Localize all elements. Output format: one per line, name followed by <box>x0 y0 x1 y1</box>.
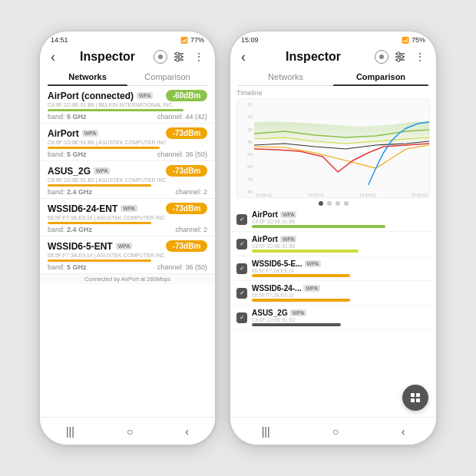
right-nav-back-icon[interactable]: ‹ <box>402 425 405 438</box>
left-circle-button[interactable] <box>154 50 167 64</box>
right-status-bar: 15:09 📶 75% <box>230 31 436 45</box>
left-tab-networks[interactable]: Networks <box>48 68 127 85</box>
y-label-5: 60 <box>239 164 253 169</box>
timeline-section: Timeline 10 20 30 40 50 60 70 80 <box>230 86 436 198</box>
y-label-3: 40 <box>239 140 253 144</box>
network-item-4[interactable]: WSSID6-5-ENT WPA -73dBm 68:5F:F7:3A:E9:1… <box>40 236 215 274</box>
left-nav-home-icon[interactable]: ○ <box>127 425 133 438</box>
right-tune-button[interactable] <box>392 48 408 65</box>
right-signal-icon: 📶 <box>402 37 409 44</box>
y-label-7: 80 <box>239 190 253 194</box>
network-band-1: band: 5 GHz <box>48 150 87 158</box>
signal-bar-0 <box>48 109 183 111</box>
left-tab-comparison[interactable]: Comparison <box>127 68 207 85</box>
signal-badge-4: -73dBm <box>166 240 207 252</box>
left-more-button[interactable]: ⋮ <box>190 48 207 65</box>
dot-2[interactable] <box>336 201 340 206</box>
network-item-0[interactable]: AirPort (connected) WPA -60dBm C8:6F:1D:… <box>40 86 215 124</box>
left-signal-icon: 📶 <box>180 37 188 44</box>
right-nav-menu-icon[interactable]: ||| <box>262 425 270 438</box>
comp-bar-2 <box>252 274 350 277</box>
comp-bar-3 <box>252 299 350 302</box>
right-nav-home-icon[interactable]: ○ <box>332 425 339 438</box>
network-item-1[interactable]: AirPort WPA -73dBm C8:6F:1D:8E:91:B6 | A… <box>40 124 215 161</box>
comp-checkbox-0[interactable] <box>236 214 247 225</box>
comp-badge-1: WPA <box>280 236 296 243</box>
network-name-2: ASUS_2G <box>48 166 91 177</box>
svg-point-7 <box>379 55 384 59</box>
chart-area: 10 20 30 40 50 60 70 80 <box>236 98 430 198</box>
x-label-1: 13:52:01 <box>308 193 324 197</box>
right-more-button[interactable]: ⋮ <box>412 48 428 65</box>
right-tab-comparison[interactable]: Comparison <box>333 68 428 85</box>
comp-item-4[interactable]: ASUS_2G WPA C8:6F:1D:8E:91:B2 <box>230 306 436 330</box>
right-circle-inner-icon <box>378 54 385 60</box>
chart-y-labels: 10 20 30 40 50 60 70 80 <box>237 99 254 197</box>
comparison-list: AirPort WPA C8:6F:1D:8E:91:B6 AirPort WP… <box>230 207 436 330</box>
comp-bar-0 <box>252 225 385 228</box>
signal-badge-0: -60dBm <box>166 90 207 101</box>
network-item-2[interactable]: ASUS_2G WPA -73dBm C8:6F:1D:8E:91:B2 | A… <box>40 161 215 199</box>
wpa-badge-0: WPA <box>137 92 153 99</box>
comp-name-1: AirPort <box>252 235 278 243</box>
right-time: 15:09 <box>241 36 259 44</box>
network-channel-2: channel: 2 <box>175 188 207 196</box>
dot-0[interactable] <box>319 201 323 206</box>
x-label-2: 13:54:51 <box>359 193 375 197</box>
signal-badge-3: -73dBm <box>166 203 207 214</box>
left-nav-back-icon[interactable]: ‹ <box>185 425 189 438</box>
wpa-badge-1: WPA <box>82 130 98 137</box>
right-bottom-nav: ||| ○ ‹ <box>230 417 436 445</box>
comp-checkbox-3[interactable] <box>236 288 247 299</box>
comp-item-0[interactable]: AirPort WPA C8:6F:1D:8E:91:B6 <box>230 207 436 232</box>
right-tune-icon <box>394 51 406 63</box>
dot-3[interactable] <box>344 201 349 206</box>
network-name-0: AirPort (connected) <box>48 91 134 101</box>
dot-1[interactable] <box>327 201 332 206</box>
chart-x-labels: 13:58:01 13:52:01 13:54:51 15:05:51 <box>254 193 429 197</box>
timeline-label: Timeline <box>236 89 430 97</box>
svg-point-4 <box>176 52 179 55</box>
left-nav-menu-icon[interactable]: ||| <box>66 425 74 438</box>
right-header-title: Inspector <box>255 50 372 64</box>
tune-icon <box>173 51 185 63</box>
left-status-bar: 14:51 📶 77% <box>40 31 215 45</box>
signal-badge-2: -73dBm <box>166 165 207 177</box>
comp-checkbox-1[interactable] <box>236 239 247 250</box>
comp-item-1[interactable]: AirPort WPA C8:6F:1D:8E:91:B8 <box>230 232 436 256</box>
comp-checkbox-2[interactable] <box>236 263 247 274</box>
left-app-header: ‹ Inspector ⋮ <box>40 45 215 68</box>
network-mac-3: 68:5F:F7:3A:E9:16 | ASUSTEK COMPUTER INC <box>48 215 207 220</box>
y-label-4: 50 <box>239 152 253 157</box>
chart-dots <box>230 201 436 206</box>
comp-mac-0: C8:6F:1D:8E:91:B6 <box>252 219 430 224</box>
left-back-button[interactable]: ‹ <box>45 48 61 65</box>
svg-point-13 <box>397 58 400 61</box>
left-time: 14:51 <box>51 36 68 44</box>
network-name-1: AirPort <box>48 128 79 139</box>
left-tune-button[interactable] <box>170 48 187 65</box>
comp-item-3[interactable]: WSSID6-24-... WPA 68:5F:F7:3A:E9:16 <box>230 281 436 306</box>
comp-badge-3: WPA <box>303 285 319 292</box>
comp-checkbox-4[interactable] <box>236 312 247 323</box>
signal-bar-2 <box>48 184 151 187</box>
left-network-list: AirPort (connected) WPA -60dBm C8:6F:1D:… <box>40 86 215 274</box>
comp-mac-2: 68:5F:F7:3A:E9:14 <box>252 268 430 273</box>
network-item-3[interactable]: WSSID6-24-ENT WPA -73dBm 68:5F:F7:3A:E9:… <box>40 199 215 236</box>
right-circle-button[interactable] <box>375 50 388 64</box>
comp-item-2[interactable]: WSSID6-5-E... WPA 68:5F:F7:3A:E9:14 <box>230 256 436 281</box>
comp-badge-4: WPA <box>290 309 306 316</box>
right-tab-networks[interactable]: Networks <box>238 68 333 85</box>
wpa-badge-3: WPA <box>121 205 137 212</box>
comp-bar-4 <box>252 323 341 326</box>
svg-point-12 <box>400 55 403 58</box>
right-battery: 75% <box>412 36 425 44</box>
signal-bar-4 <box>48 259 151 262</box>
right-back-button[interactable]: ‹ <box>235 48 252 65</box>
network-mac-2: C8:6F:1D:8E:91:B2 | ASUSTEK COMPUTER INC <box>48 177 207 183</box>
fab-button[interactable] <box>402 385 428 411</box>
x-label-0: 13:58:01 <box>256 193 272 197</box>
comp-mac-1: C8:6F:1D:8E:91:B8 <box>252 243 430 249</box>
comp-bar-1 <box>252 250 359 253</box>
comp-info-4: ASUS_2G WPA C8:6F:1D:8E:91:B2 <box>252 309 430 326</box>
